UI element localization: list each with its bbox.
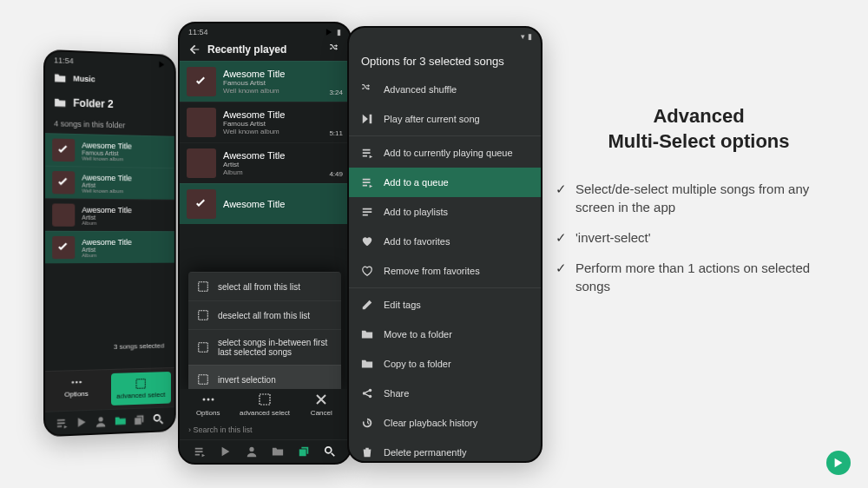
status-bar: 11:54 ▮ bbox=[180, 23, 350, 38]
check-icon bbox=[194, 75, 208, 89]
song-row[interactable]: Awesome Title Artist Well known album bbox=[45, 166, 174, 200]
song-thumb bbox=[187, 148, 216, 178]
cancel-button[interactable]: Cancel bbox=[293, 392, 350, 417]
nav-bar bbox=[45, 406, 174, 435]
options-sheet: ▾ ▮ Options for 3 selected songs Advance… bbox=[347, 26, 542, 463]
nav-folder-icon[interactable] bbox=[272, 445, 284, 458]
phone-left: 11:54 Music Folder 2 4 songs in this fol… bbox=[43, 49, 176, 438]
song-row[interactable]: Awesome Title Artist Album bbox=[45, 231, 174, 264]
nav-person-icon[interactable] bbox=[95, 415, 107, 428]
song-thumb bbox=[187, 189, 216, 219]
queue-icon bbox=[361, 176, 373, 188]
nav-library-icon[interactable] bbox=[298, 445, 310, 458]
song-thumb bbox=[52, 203, 75, 226]
status-time: 11:54 bbox=[54, 56, 74, 65]
advanced-select-button[interactable]: advanced select bbox=[236, 392, 293, 417]
song-artist: Famous Artist bbox=[223, 79, 322, 87]
nav-queue-icon[interactable] bbox=[56, 417, 68, 430]
option-heart[interactable]: Add to favorites bbox=[349, 227, 541, 256]
option-shuffle[interactable]: Advanced shuffle bbox=[349, 75, 541, 104]
options-header: Options for 3 selected songs bbox=[349, 43, 541, 75]
select-icon bbox=[197, 309, 209, 321]
nav-play-icon[interactable] bbox=[220, 445, 232, 458]
song-artist: Artist bbox=[223, 161, 322, 168]
nav-bar bbox=[180, 439, 350, 463]
share-icon bbox=[361, 387, 373, 399]
folder-copy-icon bbox=[361, 358, 373, 370]
song-title: Awesome Title bbox=[223, 109, 322, 120]
edit-icon bbox=[361, 299, 373, 311]
header-title: Recently played bbox=[207, 43, 322, 56]
promo-item: ✓Perform more than 1 actions on selected… bbox=[556, 259, 842, 295]
song-row[interactable]: Awesome Title Famous Artist Well known a… bbox=[180, 102, 350, 142]
song-row[interactable]: Awesome Title Artist Album 4:49 bbox=[180, 142, 350, 183]
nav-library-icon[interactable] bbox=[134, 413, 146, 425]
option-queue[interactable]: Add to a queue bbox=[349, 168, 541, 197]
promo-panel: AdvancedMulti-Select options ✓Select/de-… bbox=[556, 69, 842, 307]
select-menu-item[interactable]: select songs in-between first last selec… bbox=[188, 329, 341, 365]
nav-queue-icon[interactable] bbox=[194, 445, 206, 458]
song-thumb bbox=[187, 108, 216, 137]
options-button[interactable]: Options bbox=[45, 370, 108, 412]
option-playlist[interactable]: Add to playlists bbox=[349, 197, 541, 227]
playlist-add-icon bbox=[361, 147, 373, 159]
app-logo bbox=[826, 451, 851, 475]
nav-search-icon[interactable] bbox=[153, 413, 164, 425]
song-album: Album bbox=[82, 220, 168, 225]
song-thumb bbox=[187, 67, 216, 96]
advanced-select-button[interactable]: advanced select bbox=[111, 372, 171, 406]
song-title: Awesome Title bbox=[223, 150, 322, 161]
option-history[interactable]: Clear playback history bbox=[349, 408, 541, 438]
select-icon bbox=[197, 341, 209, 353]
song-album: Album bbox=[82, 252, 168, 257]
status-bar: ▾ ▮ bbox=[349, 28, 541, 43]
nav-person-icon[interactable] bbox=[246, 445, 258, 458]
nav-play-icon[interactable] bbox=[76, 416, 88, 429]
option-edit[interactable]: Edit tags bbox=[349, 290, 541, 320]
song-title: Awesome Title bbox=[82, 237, 168, 246]
select-menu-item[interactable]: deselect all from this list bbox=[188, 300, 341, 329]
advanced-select-menu: select all from this list deselect all f… bbox=[188, 272, 341, 393]
folder-chip[interactable]: Folder 2 bbox=[45, 89, 174, 119]
nav-search-icon[interactable] bbox=[324, 445, 336, 458]
option-folder-move[interactable]: Move to a folder bbox=[349, 320, 541, 349]
song-title: Awesome Title bbox=[82, 173, 168, 182]
select-icon bbox=[197, 373, 209, 386]
heart-icon bbox=[361, 235, 373, 247]
nav-folder-icon[interactable] bbox=[115, 414, 127, 427]
phone-center: 11:54 ▮ Recently played Awesome Title Fa… bbox=[178, 22, 352, 465]
history-icon bbox=[361, 417, 373, 429]
check-icon bbox=[56, 143, 70, 158]
option-skip-next[interactable]: Play after current song bbox=[349, 104, 541, 134]
song-title: Awesome Title bbox=[223, 69, 322, 79]
folder-icon bbox=[54, 72, 66, 85]
app-title: Music bbox=[73, 74, 95, 83]
check-icon bbox=[194, 197, 208, 211]
option-playlist-add[interactable]: Add to currently playing queue bbox=[349, 138, 541, 168]
option-heart-outline[interactable]: Remove from favorites bbox=[349, 256, 541, 286]
song-album: Album bbox=[223, 168, 322, 176]
song-album: Well known album bbox=[223, 128, 322, 135]
status-time: 11:54 bbox=[188, 28, 208, 36]
option-share[interactable]: Share bbox=[349, 379, 541, 408]
option-folder-copy[interactable]: Copy to a folder bbox=[349, 349, 541, 379]
selection-count: 3 songs selected bbox=[52, 339, 168, 356]
song-thumb bbox=[52, 138, 75, 162]
options-button[interactable]: Options bbox=[180, 392, 236, 417]
song-duration: 3:24 bbox=[329, 89, 343, 96]
song-album: Well known album bbox=[82, 155, 168, 162]
trash-icon bbox=[361, 446, 373, 458]
song-duration: 5:11 bbox=[329, 129, 343, 137]
song-row[interactable]: Awesome Title Famous Artist Well known a… bbox=[45, 133, 174, 168]
song-thumb bbox=[52, 171, 75, 195]
folder-move-icon bbox=[361, 328, 373, 340]
option-trash[interactable]: Delete permanently bbox=[349, 438, 541, 463]
song-row[interactable]: Awesome Title Famous Artist Well known a… bbox=[180, 61, 350, 102]
check-icon bbox=[56, 241, 70, 254]
select-menu-item[interactable]: select all from this list bbox=[188, 272, 341, 300]
song-row[interactable]: Awesome Title Artist Album bbox=[45, 198, 174, 231]
shuffle-icon[interactable] bbox=[329, 43, 341, 56]
song-row[interactable]: Awesome Title bbox=[180, 183, 350, 224]
back-icon[interactable] bbox=[188, 43, 201, 56]
select-icon bbox=[197, 280, 209, 293]
